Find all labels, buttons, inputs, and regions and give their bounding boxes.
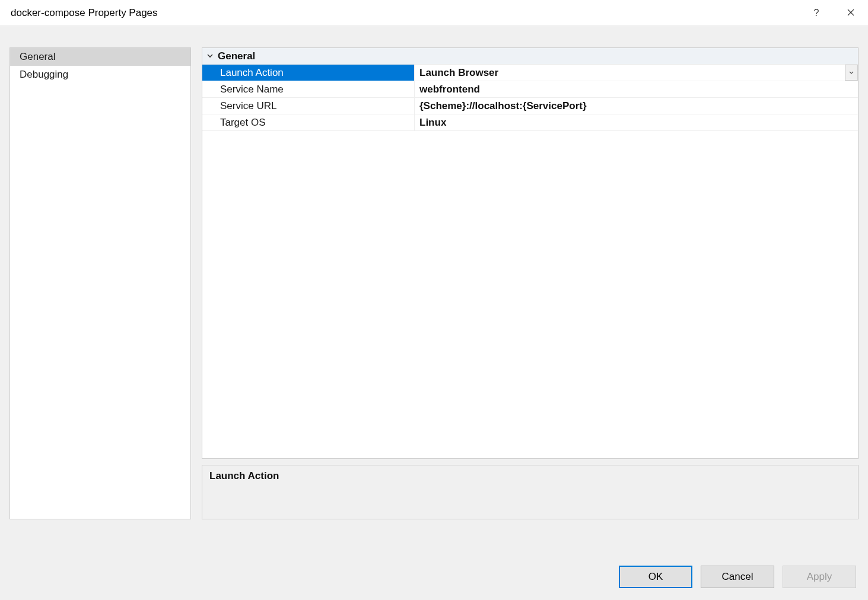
category-row-general[interactable]: General (202, 48, 858, 65)
close-button[interactable] (834, 0, 868, 26)
sidebar-item-general[interactable]: General (10, 48, 190, 66)
prop-value-launch-action[interactable]: Launch Browser (415, 65, 858, 81)
prop-value-text: webfrontend (419, 84, 480, 95)
category-label: General (218, 50, 255, 62)
main-panels: General Debugging General Launch Action … (9, 47, 859, 519)
window-title: docker-compose Property Pages (11, 7, 158, 19)
right-column: General Launch Action Launch Browser (202, 47, 859, 519)
property-grid: General Launch Action Launch Browser (202, 47, 859, 459)
titlebar-controls: ? (799, 0, 868, 26)
close-icon (847, 8, 854, 18)
chevron-down-icon (848, 67, 854, 79)
prop-name-service-url: Service URL (202, 98, 415, 114)
prop-name-service-name: Service Name (202, 81, 415, 97)
titlebar: docker-compose Property Pages ? (0, 0, 868, 26)
prop-value-service-url[interactable]: {Scheme}://localhost:{ServicePort} (415, 98, 858, 114)
prop-row-launch-action[interactable]: Launch Action Launch Browser (202, 65, 858, 81)
prop-row-target-os[interactable]: Target OS Linux (202, 114, 858, 131)
prop-name-target-os: Target OS (202, 114, 415, 130)
expand-button[interactable] (202, 51, 218, 61)
help-icon: ? (814, 8, 819, 18)
ok-button[interactable]: OK (619, 566, 692, 588)
chevron-down-icon (206, 51, 214, 61)
button-bar: OK Cancel Apply (619, 566, 856, 588)
help-button[interactable]: ? (799, 0, 834, 26)
apply-button: Apply (783, 566, 856, 588)
prop-value-text: Linux (419, 117, 446, 129)
sidebar-item-debugging[interactable]: Debugging (10, 66, 190, 84)
prop-value-text: Launch Browser (419, 67, 498, 79)
prop-value-dropdown[interactable] (845, 65, 858, 81)
prop-name-launch-action: Launch Action (202, 65, 415, 81)
description-panel: Launch Action (202, 465, 859, 519)
description-title: Launch Action (209, 470, 851, 482)
cancel-button[interactable]: Cancel (701, 566, 774, 588)
prop-value-target-os[interactable]: Linux (415, 114, 858, 130)
prop-value-service-name[interactable]: webfrontend (415, 81, 858, 97)
content-area: General Debugging General Launch Action … (0, 26, 868, 600)
prop-row-service-url[interactable]: Service URL {Scheme}://localhost:{Servic… (202, 98, 858, 114)
prop-value-text: {Scheme}://localhost:{ServicePort} (419, 100, 587, 112)
prop-row-service-name[interactable]: Service Name webfrontend (202, 81, 858, 98)
sidebar: General Debugging (9, 47, 191, 519)
